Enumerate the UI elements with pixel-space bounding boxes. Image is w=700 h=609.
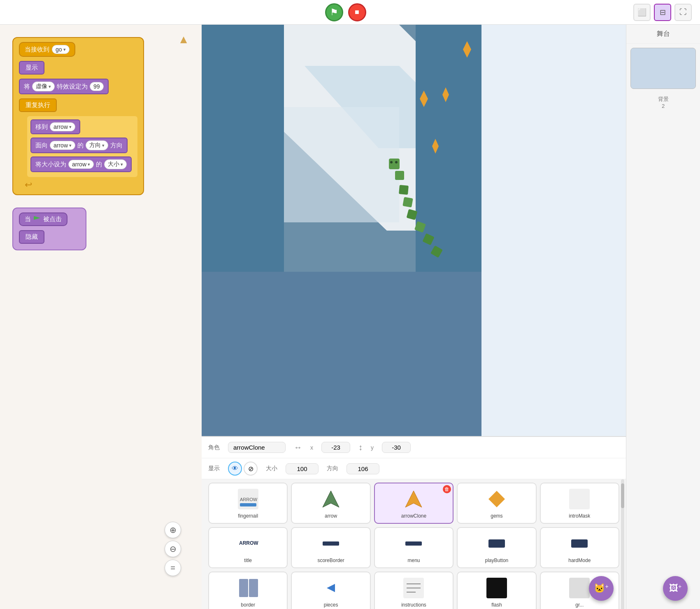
sprite-card-title[interactable]: ARROWtitle	[208, 527, 288, 568]
sprite-name-input[interactable]	[228, 442, 286, 453]
sprite-card-gems[interactable]: gems	[457, 483, 536, 524]
game-svg	[202, 25, 481, 272]
green-flag-button[interactable]	[325, 3, 343, 21]
repeat-arrow: ↩	[25, 180, 137, 190]
sprite-thumb-instructions	[401, 576, 426, 600]
sprite-scrollbar[interactable]	[621, 479, 624, 609]
svg-rect-29	[405, 541, 422, 546]
bg-label: 背景	[658, 96, 669, 102]
sprite-thumb-scoreBorder	[319, 531, 343, 556]
sprite-thumb-gr	[567, 576, 592, 600]
sprite-label-gems: gems	[491, 513, 502, 519]
svg-marker-23	[323, 491, 339, 507]
sprite-thumb-pieces	[319, 576, 343, 600]
face-of-label: 的	[77, 142, 84, 149]
when-receive-label: 当接收到	[25, 46, 49, 54]
face-dropdown[interactable]: arrow	[50, 141, 75, 150]
move-label: 移到	[35, 123, 48, 131]
sprite-label-arrow: arrow	[325, 513, 337, 519]
effect-dropdown[interactable]: 虚像	[32, 82, 55, 91]
blocks-area: ▲ 当接收到 go 显示 将 虚像	[0, 25, 202, 275]
sprite-card-arrowClone[interactable]: arrowClone🗑	[374, 483, 453, 524]
svg-rect-26	[569, 489, 590, 509]
y-input[interactable]	[382, 442, 411, 453]
block-group-2: 当 被点击 隐藏	[12, 208, 189, 250]
view-fullscreen-button[interactable]: ⛶	[674, 4, 692, 21]
effect-block: 将 虚像 特效设定为 99	[19, 79, 109, 94]
toolbar-center	[325, 3, 366, 21]
top-toolbar: ⬜ ⊟ ⛶	[0, 0, 700, 25]
move-dropdown[interactable]: arrow	[50, 122, 75, 131]
stop-button[interactable]	[348, 3, 366, 21]
sprite-label-gr: gr...	[575, 602, 584, 608]
sprite-thumb-hardMode	[567, 531, 592, 556]
size-dropdown[interactable]: arrow	[68, 160, 94, 169]
stage-canvas: 9	[202, 25, 481, 436]
face-dir-dropdown[interactable]: 方向	[86, 140, 108, 150]
sprite-grid-container: ARROWfingernailarrowarrowClone🗑gemsintro…	[202, 479, 626, 609]
dir-input[interactable]	[347, 463, 379, 474]
face-label: 面向	[35, 142, 48, 149]
sprite-card-hardMode[interactable]: hardMode	[540, 527, 619, 568]
dir-label: 方向	[327, 465, 338, 472]
svg-rect-10	[402, 197, 413, 207]
show-label: 显示	[208, 465, 220, 472]
show-hidden-button[interactable]: ⊘	[244, 462, 258, 476]
sprite-card-flash[interactable]: flash	[457, 572, 536, 609]
sprite-label-scoreBorder: scoreBorder	[317, 558, 344, 563]
sprite-thumb-gems	[484, 487, 509, 511]
size-block-row: 将大小设为 arrow 的 大小	[30, 156, 134, 172]
size-input[interactable]	[286, 463, 319, 474]
add-stage-button[interactable]: 🖼+	[663, 576, 688, 601]
bg-count: 2	[662, 103, 665, 109]
add-stage-icon: 🖼+	[669, 583, 681, 594]
hide-block-row: 隐藏	[19, 230, 80, 244]
when-flag-block: 当 被点击	[19, 212, 67, 226]
effect-block-row: 将 虚像 特效设定为 99	[19, 79, 137, 94]
effect-value[interactable]: 99	[90, 82, 104, 91]
sprite-label-fingernail: fingernail	[238, 513, 258, 519]
sprite-card-pieces[interactable]: pieces	[291, 572, 370, 609]
hide-block: 隐藏	[19, 230, 44, 244]
zoom-out-button[interactable]: ⊖	[165, 541, 181, 557]
sprite-card-scoreBorder[interactable]: scoreBorder	[291, 527, 370, 568]
sprite-info-row2: 显示 👁 ⊘ 大小 方向	[202, 458, 626, 479]
y-label: y	[371, 444, 374, 451]
face-dir-label: 方向	[110, 142, 123, 149]
sprite-thumb-menu	[401, 531, 426, 556]
right-panel: 舞台 背景 2	[626, 25, 700, 609]
add-sprite-button[interactable]: 🐱+	[589, 576, 614, 601]
sprite-card-instructions[interactable]: instructions	[374, 572, 453, 609]
sprite-card-arrow[interactable]: arrow	[291, 483, 370, 524]
delete-sprite-button[interactable]: 🗑	[443, 485, 451, 493]
repeat-block: 重复执行	[19, 98, 57, 112]
sprite-card-menu[interactable]: menu	[374, 527, 453, 568]
effect-middle: 特效设定为	[57, 83, 88, 91]
x-input[interactable]	[321, 442, 350, 453]
go-dropdown[interactable]: go	[52, 45, 70, 54]
zoom-in-button[interactable]: ⊕	[165, 522, 181, 538]
sprite-card-fingernail[interactable]: ARROWfingernail	[208, 483, 288, 524]
effect-prefix: 将	[24, 83, 30, 91]
zoom-reset-button[interactable]: =	[165, 560, 181, 576]
size-prop-dropdown[interactable]: 大小	[104, 159, 127, 169]
block-group-1: 当接收到 go 显示 将 虚像 特效设定为 99	[12, 37, 189, 195]
sprite-thumb-flash	[484, 576, 509, 600]
view-code-button[interactable]: ⊟	[654, 4, 671, 21]
svg-marker-2	[202, 25, 284, 272]
arrow-indicator: ▲	[178, 33, 189, 46]
sprite-label-title: title	[244, 558, 252, 563]
x-icon: ↔	[294, 443, 302, 452]
flag-icon	[34, 216, 40, 223]
svg-rect-13	[389, 159, 400, 169]
face-block-row: 面向 arrow 的 方向 方向	[30, 138, 134, 153]
sprite-card-introMask[interactable]: introMask	[540, 483, 619, 524]
sprite-label-introMask: introMask	[569, 513, 590, 519]
svg-point-14	[390, 161, 393, 163]
sprite-card-border[interactable]: border	[208, 572, 288, 609]
svg-rect-33	[249, 579, 258, 597]
view-split-button[interactable]: ⬜	[633, 4, 651, 21]
face-block: 面向 arrow 的 方向 方向	[30, 138, 128, 153]
sprite-card-playButton[interactable]: playButton	[457, 527, 536, 568]
show-visible-button[interactable]: 👁	[228, 462, 242, 476]
